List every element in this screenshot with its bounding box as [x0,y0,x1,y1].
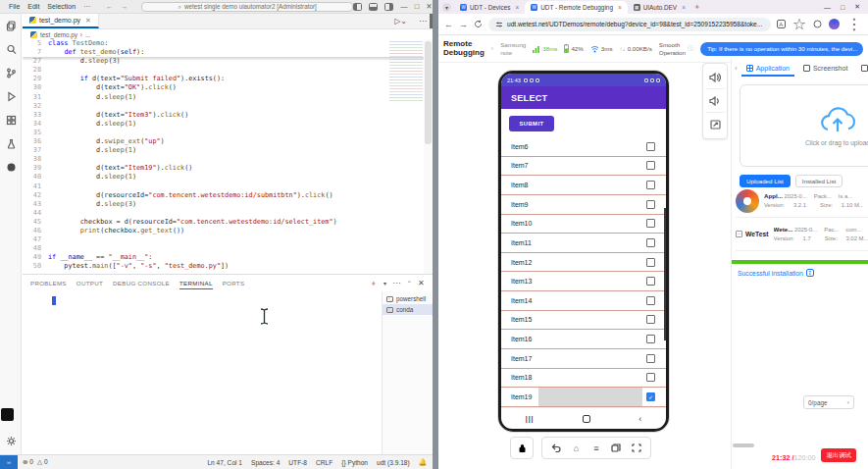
list-item-item18[interactable]: Item18 [501,369,666,389]
terminal-profile-chevron-icon[interactable]: ▾ [383,280,386,287]
search-sidebar-icon[interactable] [0,37,22,61]
list-item-item12[interactable]: Item12 [501,253,666,273]
browser-tab-uiauto-dev[interactable]: ▦ UIAuto.DEV × [628,1,691,14]
back-arrow-icon[interactable]: ← [106,3,113,10]
back-icon[interactable]: ← [444,20,453,29]
upload-dropzone[interactable]: Click or drag to upload [740,84,868,167]
list-item-item7[interactable]: Item7 [501,157,666,177]
menu-more[interactable]: ··· [83,3,90,10]
testing-icon[interactable] [0,131,22,155]
toggle-secondary-sidebar-icon[interactable] [384,3,393,11]
run-python-file-button[interactable]: ▷⌄ [394,17,407,26]
maximize-button[interactable]: □ [841,4,844,11]
errors-indicator[interactable]: ⊗ 0 [23,458,33,466]
cursor-position[interactable]: Ln 47, Col 1 [207,459,242,466]
menu-edit[interactable]: Edit [27,3,39,10]
submit-button[interactable]: SUBMIT [509,116,554,131]
editor-more-actions-icon[interactable]: ⋯ [419,17,427,26]
indentation[interactable]: Spaces: 4 [251,459,280,466]
item-checkbox[interactable] [646,335,655,343]
panel-maximize-icon[interactable]: ⌃ [407,280,412,287]
wetest-group-node[interactable]: − WeTest [736,231,769,237]
item-checkbox[interactable] [646,181,655,189]
tab-clipped[interactable] [856,59,868,77]
encoding[interactable]: UTF-8 [288,459,307,466]
list-item-item17[interactable]: Item17 [501,349,666,369]
switch-app-button[interactable] [608,440,624,457]
warnings-indicator[interactable]: △ 0 [37,458,48,466]
collapse-expander-icon[interactable]: − [736,231,742,237]
panel-more-icon[interactable]: ⋯ [392,279,400,287]
tab-application[interactable]: Application [741,59,794,77]
item-checkbox[interactable] [646,258,655,267]
run-debug-icon[interactable] [0,84,22,108]
reload-icon[interactable] [474,20,483,28]
maximize-button[interactable]: □ [415,2,420,11]
lock-button[interactable] [510,437,534,459]
command-center-search[interactable]: ⌕ wetest single demo uiautomator2 [Admin… [141,2,353,12]
list-item-item15[interactable]: Item15 [501,311,666,331]
minimap[interactable] [389,41,423,102]
home-button[interactable] [583,415,590,423]
tab-terminal[interactable]: TERMINAL [179,280,213,289]
tab-close-icon[interactable]: × [682,4,686,11]
item-checkbox[interactable] [646,296,655,305]
tab-search-icon[interactable]: ▾ [442,3,451,12]
eol-sequence[interactable]: CRLF [316,459,332,466]
extensions-icon[interactable] [0,108,22,131]
extensions-puzzle-icon[interactable] [813,20,822,28]
fullscreen-button[interactable] [629,440,644,457]
tab-output[interactable]: OUTPUT [77,280,103,287]
panel-close-icon[interactable]: ✕ [418,279,425,287]
item-checkbox[interactable] [646,161,655,170]
item-checkbox[interactable] [646,219,655,228]
editor-scrollbar[interactable] [424,39,433,274]
browser-tab-devices[interactable]: W UDT - Devices × [454,1,525,14]
item-checkbox[interactable] [646,142,655,151]
browser-menu-icon[interactable]: ⋮ [846,15,862,33]
tab-screenshot[interactable]: Screenshot [798,59,852,77]
profile-avatar[interactable] [829,19,840,29]
screenshot-button[interactable] [705,113,725,136]
menu-selection[interactable]: Selection [47,3,76,10]
recents-button[interactable]: ||| [526,415,535,422]
close-button[interactable]: ✕ [854,3,860,11]
volume-up-button[interactable] [705,66,725,89]
item-checkbox[interactable]: ✓ [646,392,655,401]
item-checkbox[interactable] [646,354,655,363]
toggle-sidebar-icon[interactable] [353,3,362,11]
list-item-item19[interactable]: Item19✓ [501,388,666,407]
explorer-icon[interactable] [0,14,22,37]
list-item-item10[interactable]: Item10 [501,215,666,234]
tab-problems[interactable]: PROBLEMS [30,280,67,287]
close-button[interactable]: ✕ [426,2,432,11]
tab-test-demo-py[interactable]: test_demo.py ✕ [23,14,99,28]
terminal-item-conda[interactable]: ›_ conda [383,304,433,315]
list-scrollbar[interactable] [664,208,666,340]
source-control-icon[interactable] [0,61,22,84]
notifications-bell-icon[interactable]: 🔔 [419,458,427,466]
new-tab-button[interactable]: ＋ [693,1,701,12]
phone-screen[interactable]: 21:43 SELECT [501,74,666,429]
horizontal-scrollbar[interactable] [733,443,754,447]
tab-close-icon[interactable]: × [515,4,519,11]
app-row[interactable]: − WeTest Wete... 2025-0...Pac...com... V… [736,218,868,251]
tab-ports[interactable]: PORTS [223,280,245,287]
item-checkbox[interactable] [646,373,655,382]
python-interpreter[interactable]: udt (3.9.18) [377,459,410,466]
breadcrumb[interactable]: test_demo.py › ... [23,29,433,39]
volume-down-button[interactable] [705,89,725,113]
tab-debug-console[interactable]: DEBUG CONSOLE [113,280,170,287]
page-size-select[interactable]: 0/page ▾ [803,395,854,409]
bookmark-star-icon[interactable]: ☆ [792,15,806,33]
back-button[interactable]: ‹ [638,414,641,424]
translate-icon[interactable]: A [777,20,786,28]
site-settings-icon[interactable] [495,21,503,28]
remote-indicator[interactable]: ›‹ [0,455,18,469]
minimize-button[interactable]: — [400,2,408,11]
toggle-panel-icon[interactable] [369,3,378,11]
minimize-button[interactable]: — [824,4,831,11]
nav-back-button[interactable] [548,440,564,457]
nav-home-button[interactable]: ⌂ [569,440,585,457]
terminal-item-powershell[interactable]: ›_ powershell [383,293,433,304]
